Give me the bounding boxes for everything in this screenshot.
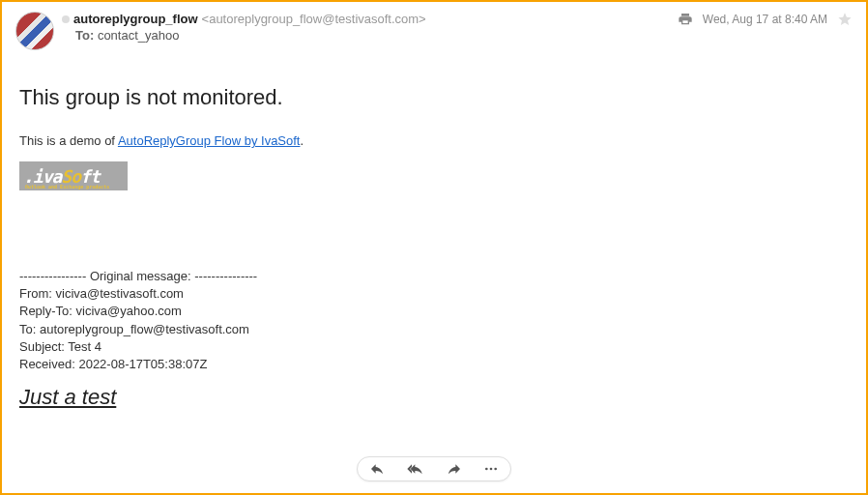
star-icon[interactable] <box>837 12 853 27</box>
demo-line: This is a demo of AutoReplyGroup Flow by… <box>19 133 849 148</box>
svg-point-0 <box>485 468 488 471</box>
orig-to: To: autoreplygroup_flow@testivasoft.com <box>19 321 849 338</box>
svg-point-2 <box>494 468 497 471</box>
action-bar <box>357 456 511 481</box>
to-line: To: contact_yahoo <box>62 28 678 43</box>
svg-point-1 <box>490 468 493 471</box>
orig-from: From: viciva@testivasoft.com <box>19 285 849 303</box>
to-label: To: <box>75 28 94 43</box>
from-line: autoreplygroup_flow <autoreplygroup_flow… <box>62 12 678 26</box>
from-email: <autoreplygroup_flow@testivasoft.com> <box>202 12 426 26</box>
ivasoft-logo[interactable]: .ivaSoft Outlook and Exchange products <box>19 161 128 190</box>
more-button[interactable] <box>481 461 501 477</box>
orig-received: Received: 2022-08-17T05:38:07Z <box>19 356 849 373</box>
email-date: Wed, Aug 17 at 8:40 AM <box>703 13 827 26</box>
reply-button[interactable] <box>367 461 387 477</box>
original-message-block: ---------------- Original message: -----… <box>19 268 849 373</box>
header-right: Wed, Aug 17 at 8:40 AM <box>678 12 853 27</box>
demo-prefix: This is a demo of <box>19 133 118 148</box>
email-container: autoreplygroup_flow <autoreplygroup_flow… <box>0 0 868 495</box>
demo-link[interactable]: AutoReplyGroup Flow by IvaSoft <box>118 133 301 148</box>
orig-body-text: Just a test <box>19 385 849 410</box>
demo-suffix: . <box>300 133 304 148</box>
email-header: autoreplygroup_flow <autoreplygroup_flow… <box>15 12 853 50</box>
logo-sub: Outlook and Exchange products <box>25 184 109 189</box>
forward-button[interactable] <box>445 461 464 477</box>
reply-all-button[interactable] <box>404 461 427 477</box>
body-title: This group is not monitored. <box>19 85 849 110</box>
from-name: autoreplygroup_flow <box>73 12 198 26</box>
from-block: autoreplygroup_flow <autoreplygroup_flow… <box>62 12 678 43</box>
to-value: contact_yahoo <box>98 28 180 43</box>
avatar[interactable] <box>15 12 54 50</box>
orig-reply-to: Reply-To: viciva@yahoo.com <box>19 303 849 320</box>
orig-subject: Subject: Test 4 <box>19 338 849 356</box>
orig-divider: ---------------- Original message: -----… <box>19 268 849 285</box>
print-icon[interactable] <box>678 12 693 27</box>
unread-dot-icon <box>62 15 70 23</box>
email-body: This group is not monitored. This is a d… <box>15 50 853 410</box>
